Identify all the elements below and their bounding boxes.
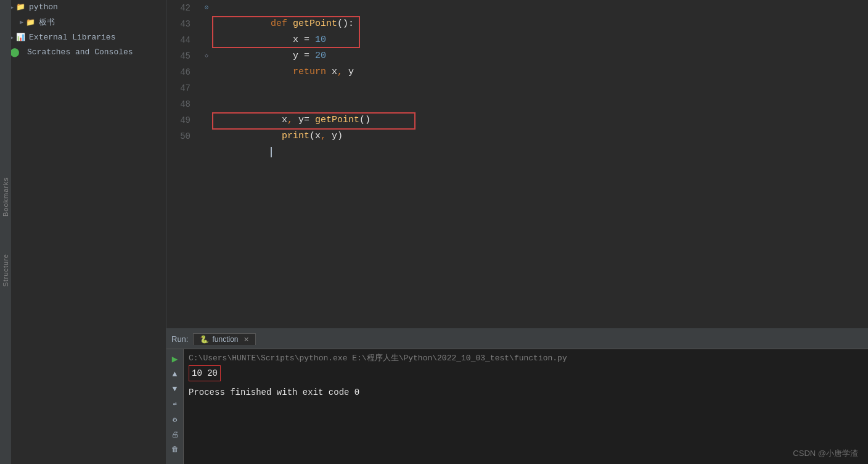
wrap-button[interactable]: ⇌	[169, 397, 181, 410]
line-number-43: 43	[166, 16, 200, 32]
run-panel: Run: 🐍 function ✕ ▶ ▲ ▼ ⇌ ⚙ 🖨 🗑 C:\Users…	[166, 328, 868, 464]
cursor	[271, 147, 277, 157]
breakpoint-icon: ◇	[205, 48, 208, 64]
code-content-50	[213, 128, 868, 176]
library-icon: 📊	[16, 33, 25, 42]
line-number-44: 44	[166, 32, 200, 48]
code-editor[interactable]: 42 ⊙ def getPoint(): 43 x = 10 44	[166, 0, 868, 328]
close-tab-icon[interactable]: ✕	[244, 336, 249, 344]
run-output[interactable]: C:\Users\HUNTE\Scripts\python.exe E:\程序人…	[184, 349, 868, 464]
line-number-49: 49	[166, 112, 200, 128]
code-line-49: 49 print(x, y)	[166, 112, 868, 128]
code-line-50: 50	[166, 128, 868, 144]
line-number-47: 47	[166, 80, 200, 96]
code-line-46: 46	[166, 64, 868, 80]
sidebar-item-scratches[interactable]: ⬤ Scratches and Consoles	[0, 44, 166, 60]
folder-icon: 📁	[26, 18, 35, 27]
scratches-icon: ⬤	[10, 47, 20, 57]
code-line-42: 42 ⊙ def getPoint():	[166, 0, 868, 16]
code-line-45: 45 ◇ return x, y	[166, 48, 868, 64]
process-finished-line: Process finished with exit code 0	[189, 385, 863, 400]
structure-tab[interactable]: Structure	[2, 254, 9, 287]
sidebar-item-python[interactable]: ▶ 📁 python	[0, 0, 166, 14]
code-line-48: 48 x, y= getPoint()	[166, 96, 868, 112]
run-toolbar: ▶ ▲ ▼ ⇌ ⚙ 🖨 🗑	[166, 349, 184, 464]
run-body: ▶ ▲ ▼ ⇌ ⚙ 🖨 🗑 C:\Users\HUNTE\Scripts\pyt…	[166, 349, 868, 464]
sidebar-item-label: python	[29, 2, 58, 12]
code-line-47: 47	[166, 80, 868, 96]
code-line-43: 43 x = 10	[166, 16, 868, 32]
sidebar-item-label: Scratches and Consoles	[27, 48, 133, 57]
side-panel-tabs: Bookmarks Structure	[0, 0, 11, 464]
python-tab-icon: 🐍	[200, 335, 209, 344]
scroll-down-button[interactable]: ▼	[169, 383, 181, 395]
run-tab-function[interactable]: 🐍 function ✕	[193, 333, 255, 345]
scroll-up-button[interactable]: ▲	[169, 368, 181, 380]
line-number-45: 45	[166, 48, 200, 64]
line-number-48: 48	[166, 96, 200, 112]
file-tree-sidebar: ▶ 📁 python ▶ 📁 板书 ▶ 📊 External Libraries…	[0, 0, 166, 464]
sidebar-item-board[interactable]: ▶ 📁 板书	[0, 14, 166, 30]
line-number-42: 42	[166, 0, 200, 16]
line-number-46: 46	[166, 64, 200, 80]
sidebar-item-label: 板书	[39, 17, 55, 28]
sidebar-item-label: External Libraries	[29, 33, 115, 42]
result-highlighted: 10 20	[189, 365, 221, 381]
run-label: Run:	[171, 334, 188, 344]
cmd-line: C:\Users\HUNTE\Scripts\python.exe E:\程序人…	[189, 352, 863, 365]
print-button[interactable]: 🖨	[169, 428, 181, 441]
run-button[interactable]: ▶	[169, 353, 181, 365]
folder-icon: 📁	[16, 2, 25, 12]
sidebar-item-external-libraries[interactable]: ▶ 📊 External Libraries	[0, 30, 166, 44]
trash-button[interactable]: 🗑	[169, 443, 181, 455]
run-header: Run: 🐍 function ✕	[166, 329, 868, 349]
code-line-44: 44 y = 20	[166, 32, 868, 48]
settings-button[interactable]: ⚙	[169, 413, 181, 426]
run-tab-name: function	[212, 335, 238, 344]
fold-arrow-icon: ⊙	[205, 0, 208, 16]
line-gutter-42: ⊙	[200, 0, 213, 16]
line-gutter-45: ◇	[200, 48, 213, 64]
watermark: CSDN @小唐学渣	[793, 448, 858, 459]
line-number-50: 50	[166, 128, 200, 144]
main-content: 42 ⊙ def getPoint(): 43 x = 10 44	[166, 0, 868, 464]
expand-arrow-icon: ▶	[20, 19, 23, 26]
code-lines: 42 ⊙ def getPoint(): 43 x = 10 44	[166, 0, 868, 144]
bookmarks-tab[interactable]: Bookmarks	[2, 177, 9, 217]
result-line: 10 20	[189, 365, 863, 381]
